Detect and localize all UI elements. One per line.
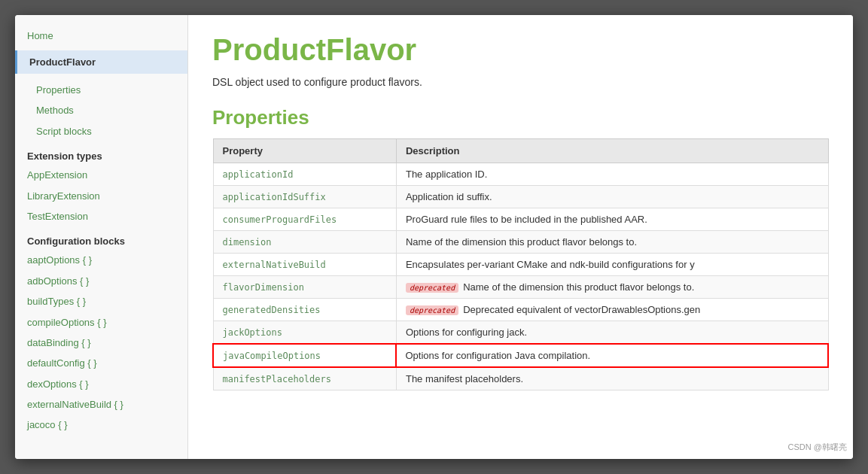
properties-table: Property Description applicationIdThe ap…	[212, 138, 829, 390]
property-description-cell: Options for configuring jack.	[396, 321, 828, 345]
sidebar-link-externalnativebuild[interactable]: externalNativeBuild { }	[15, 394, 187, 415]
description-text: The manifest placeholders.	[406, 373, 523, 384]
property-description-cell: The application ID.	[396, 163, 828, 186]
description-text: Options for configuration Java compilati…	[405, 350, 590, 361]
sidebar-link-libraryextension[interactable]: LibraryExtension	[15, 186, 187, 206]
property-name: externalNativeBuild	[223, 260, 326, 270]
page-description: DSL object used to configure product fla…	[212, 76, 829, 88]
sidebar-link-buildtypes[interactable]: buildTypes { }	[15, 291, 187, 311]
description-text: Encapsulates per-variant CMake and ndk-b…	[406, 259, 695, 270]
sidebar-current-item[interactable]: ProductFlavor	[15, 50, 187, 74]
sidebar: Home ProductFlavor Properties Methods Sc…	[15, 15, 188, 459]
sidebar-home-link[interactable]: Home	[15, 27, 187, 50]
description-text: Application id suffix.	[406, 191, 492, 202]
property-name: manifestPlaceholders	[223, 374, 332, 384]
property-name: flavorDimension	[223, 282, 304, 293]
description-text: Deprecated equivalent of vectorDrawables…	[463, 304, 700, 315]
description-text: Name of the dimension this product flavo…	[406, 236, 637, 248]
property-name-cell[interactable]: javaCompileOptions	[213, 344, 396, 367]
property-name: javaCompileOptions	[223, 351, 321, 361]
property-name-cell[interactable]: externalNativeBuild	[213, 254, 396, 276]
property-name-cell[interactable]: generatedDensities	[213, 299, 396, 321]
table-row[interactable]: manifestPlaceholdersThe manifest placeho…	[213, 367, 828, 390]
table-row[interactable]: jackOptionsOptions for configuring jack.	[213, 321, 828, 345]
property-description-cell: Encapsulates per-variant CMake and ndk-b…	[396, 254, 828, 276]
property-name: consumerProguardFiles	[223, 214, 337, 225]
table-row[interactable]: applicationIdSuffixApplication id suffix…	[213, 186, 828, 208]
sidebar-link-dexoptions[interactable]: dexOptions { }	[15, 374, 187, 394]
property-description-cell: Options for configuration Java compilati…	[396, 344, 828, 367]
property-name: jackOptions	[223, 327, 282, 338]
sidebar-link-aaptoptions[interactable]: aaptOptions { }	[15, 250, 187, 270]
main-content: ProductFlavor DSL object used to configu…	[188, 15, 853, 459]
sidebar-link-appextension[interactable]: AppExtension	[15, 165, 187, 185]
property-name-cell[interactable]: consumerProguardFiles	[213, 208, 396, 231]
sidebar-link-databinding[interactable]: dataBinding { }	[15, 333, 187, 353]
property-description-cell: The manifest placeholders.	[396, 367, 828, 390]
col-header-property: Property	[213, 139, 396, 163]
sidebar-link-compileoptions[interactable]: compileOptions { }	[15, 312, 187, 333]
page-title: ProductFlavor	[212, 33, 829, 67]
description-text: Name of the dimension this product flavo…	[463, 281, 694, 293]
property-name: dimension	[223, 237, 272, 248]
config-blocks-heading: Configuration blocks	[15, 226, 187, 250]
property-name-cell[interactable]: dimension	[213, 231, 396, 254]
property-name-cell[interactable]: jackOptions	[213, 321, 396, 345]
property-name: applicationId	[223, 169, 294, 180]
sidebar-sub-scriptblocks[interactable]: Script blocks	[15, 121, 187, 141]
table-row[interactable]: applicationIdThe application ID.	[213, 163, 828, 186]
property-description-cell: ProGuard rule files to be included in th…	[396, 208, 828, 231]
property-name-cell[interactable]: flavorDimension	[213, 276, 396, 299]
property-name-cell[interactable]: applicationIdSuffix	[213, 186, 396, 208]
sidebar-link-adboptions[interactable]: adbOptions { }	[15, 271, 187, 291]
deprecated-badge: deprecated	[406, 305, 458, 315]
extension-types-heading: Extension types	[15, 141, 187, 165]
sidebar-link-testextension[interactable]: TestExtension	[15, 206, 187, 226]
sidebar-link-jacoco[interactable]: jacoco { }	[15, 415, 187, 435]
table-row[interactable]: externalNativeBuildEncapsulates per-vari…	[213, 254, 828, 276]
deprecated-badge: deprecated	[406, 283, 458, 293]
sidebar-sub-methods[interactable]: Methods	[15, 100, 187, 120]
properties-section-title: Properties	[212, 106, 829, 129]
property-name: applicationIdSuffix	[223, 192, 326, 202]
property-description-cell: Name of the dimension this product flavo…	[396, 231, 828, 254]
watermark: CSDN @韩曙亮	[788, 442, 847, 453]
description-text: ProGuard rule files to be included in th…	[406, 214, 647, 225]
property-description-cell: deprecatedName of the dimension this pro…	[396, 276, 828, 299]
property-name-cell[interactable]: applicationId	[213, 163, 396, 186]
description-text: Options for configuring jack.	[406, 327, 527, 338]
table-row[interactable]: flavorDimensiondeprecatedName of the dim…	[213, 276, 828, 299]
sidebar-sub-properties[interactable]: Properties	[15, 80, 187, 100]
property-description-cell: Application id suffix.	[396, 186, 828, 208]
description-text: The application ID.	[406, 169, 487, 180]
property-name: generatedDensities	[223, 305, 321, 315]
table-row[interactable]: javaCompileOptionsOptions for configurat…	[213, 344, 828, 367]
property-name-cell[interactable]: manifestPlaceholders	[213, 367, 396, 390]
table-row[interactable]: dimensionName of the dimension this prod…	[213, 231, 828, 254]
sidebar-link-defaultconfig[interactable]: defaultConfig { }	[15, 353, 187, 373]
property-description-cell: deprecatedDeprecated equivalent of vecto…	[396, 299, 828, 321]
table-row[interactable]: consumerProguardFilesProGuard rule files…	[213, 208, 828, 231]
col-header-description: Description	[396, 139, 828, 163]
table-row[interactable]: generatedDensitiesdeprecatedDeprecated e…	[213, 299, 828, 321]
